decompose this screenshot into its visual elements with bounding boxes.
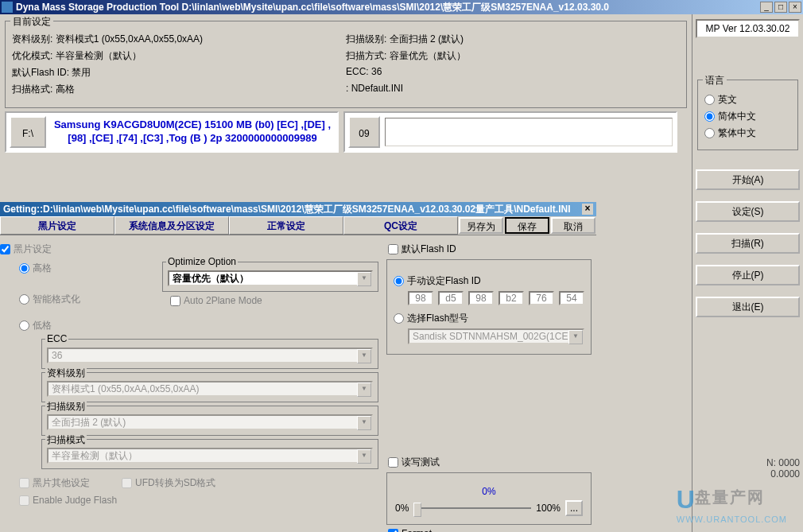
title-text: Dyna Mass Storage Production Tool D:\lin…	[16, 1, 760, 14]
fid-3	[498, 291, 524, 305]
default-flashid-label: 默认Flash ID	[402, 243, 456, 256]
sub-title-text: Getting::D:\linlan\web\Mysite\upan.cc\fi…	[3, 203, 571, 216]
enable-judge-checkbox	[19, 495, 29, 506]
titlebar: Dyna Mass Storage Production Tool D:\lin…	[0, 0, 803, 14]
radio-english[interactable]	[704, 95, 715, 105]
app-icon	[2, 2, 13, 13]
save-button[interactable]: 保存	[505, 217, 549, 234]
black-settings-label: 黑片设定	[14, 243, 52, 256]
minimize-button[interactable]: _	[760, 2, 773, 13]
tab-normal[interactable]: 正常设定	[229, 216, 343, 235]
scan-level-combo: 全面扫描 2 (默认)	[47, 414, 373, 430]
radio-smart[interactable]	[19, 294, 29, 305]
drive-button[interactable]: F:\	[10, 116, 46, 148]
maximize-button[interactable]: □	[774, 2, 787, 13]
radio-select-flash[interactable]	[394, 313, 404, 324]
fid-5	[559, 291, 584, 305]
default-flashid-checkbox[interactable]	[388, 244, 398, 254]
rw-group: 0% 0% 100% ...	[386, 472, 592, 525]
radio-high[interactable]	[19, 263, 29, 274]
close-button[interactable]: ×	[789, 2, 801, 13]
tab-qc[interactable]: QC设定	[343, 216, 458, 235]
scan-fmt-label: 扫描格式: 高格	[12, 83, 346, 96]
data-level-title: 资料级别	[45, 367, 87, 380]
rw-100: 100%	[536, 503, 561, 514]
start-button[interactable]: 开始(A)	[696, 169, 800, 190]
language-title: 语言	[703, 74, 727, 87]
auto-2plane-checkbox[interactable]	[170, 296, 180, 306]
radio-low[interactable]	[19, 320, 29, 331]
format-label: Format	[402, 528, 432, 532]
rw-test-checkbox[interactable]	[388, 457, 398, 468]
sub-titlebar: Getting::D:\linlan\web\Mysite\upan.cc\fi…	[0, 202, 596, 216]
rw-slider[interactable]	[413, 507, 531, 509]
exit-button[interactable]: 退出(E)	[696, 297, 800, 317]
ecc-label: ECC: 36	[346, 66, 680, 80]
scan-level-title: 扫描级别	[45, 400, 87, 414]
cancel-button[interactable]: 取消	[551, 217, 595, 234]
mp-version: MP Ver 12.03.30.02	[696, 19, 800, 38]
current-settings-title: 目前设定	[10, 15, 53, 29]
slot-info-empty	[385, 118, 673, 146]
scan-button[interactable]: 扫描(R)	[696, 233, 800, 254]
current-settings-group: 目前设定 资料级别: 资料模式1 (0x55,0xAA,0x55,0xAA)扫描…	[5, 21, 687, 108]
fid-4	[529, 291, 554, 305]
data-level-label: 资料级别: 资料模式1 (0x55,0xAA,0x55,0xAA)	[12, 33, 346, 46]
optimize-title: Optimize Option	[166, 256, 238, 267]
data-level-combo: 资料模式1 (0x55,0xAA,0x55,0xAA)	[47, 381, 373, 397]
rw-0: 0%	[395, 503, 409, 514]
ufd-sd-checkbox	[122, 478, 132, 488]
rw-pct: 0%	[395, 486, 583, 497]
n-counter: N: 0000	[696, 457, 800, 468]
fid-2	[468, 291, 494, 305]
opt-mode-label: 优化模式: 半容量检测（默认）	[12, 49, 346, 63]
ini-label: : NDefault.INI	[346, 83, 680, 96]
saveas-button[interactable]: 另存为	[459, 217, 503, 234]
scan-mode-title: 扫描模式	[45, 433, 87, 447]
language-group: 语言 英文 简体中文 繁体中文	[697, 80, 798, 150]
radio-traditional[interactable]	[704, 128, 715, 138]
setting-button[interactable]: 设定(S)	[696, 201, 800, 222]
rw-browse-button[interactable]: ...	[565, 500, 583, 516]
scan-level-label: 扫描级别: 全面扫描 2 (默认)	[346, 33, 680, 46]
sub-close-button[interactable]: ×	[582, 204, 593, 215]
format-checkbox[interactable]	[388, 529, 398, 533]
slot-button[interactable]: 09	[348, 116, 380, 148]
fid-1	[438, 291, 464, 305]
stop-button[interactable]: 停止(P)	[696, 265, 800, 285]
flash-id-label: 默认Flash ID: 禁用	[12, 66, 346, 80]
flash-model-combo: Sandisk SDTNNMAHSM_002G(1CE)	[408, 328, 584, 344]
tab-black[interactable]: 黑片设定	[0, 216, 114, 235]
flash-info-text: Samsung K9ACGD8U0M(2CE) 15100 MB (b0) [E…	[51, 118, 334, 146]
optimize-combo[interactable]: 容量优先（默认）	[168, 270, 373, 286]
radio-simplified[interactable]	[704, 111, 715, 122]
tab-system[interactable]: 系统信息及分区设定	[114, 216, 229, 235]
scan-mode-combo: 半容量检测（默认）	[47, 448, 373, 464]
ecc-combo: 36	[47, 348, 373, 363]
d-counter: 0.0000	[696, 468, 800, 480]
flashid-group: 手动设定Flash ID 选择Flash型号 Sandisk SDTNNMAHS…	[386, 259, 592, 355]
radio-manual-flashid[interactable]	[394, 276, 404, 286]
black-settings-checkbox[interactable]	[0, 244, 10, 254]
fid-0	[408, 291, 433, 305]
black-other-checkbox	[19, 478, 29, 488]
scan-mode-label: 扫描方式: 容量优先（默认）	[346, 49, 680, 63]
rw-test-label: 读写测试	[402, 456, 440, 469]
ecc-title: ECC	[45, 333, 68, 344]
